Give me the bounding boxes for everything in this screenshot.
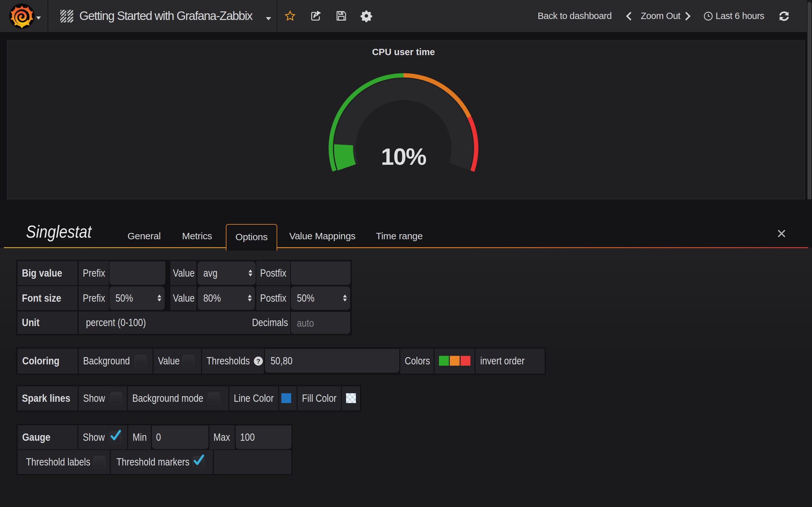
svg-text:?: ? [256, 357, 260, 365]
